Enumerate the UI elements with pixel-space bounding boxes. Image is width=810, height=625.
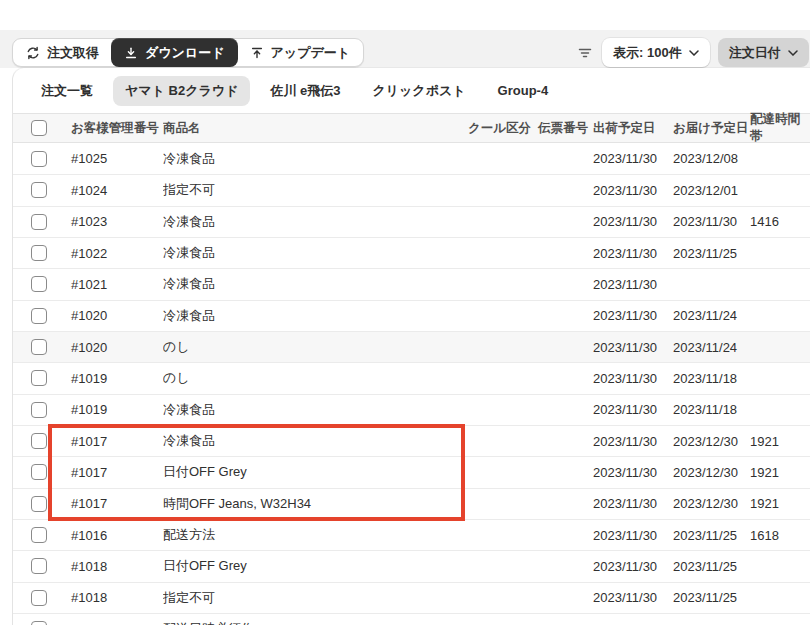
order-number-cell: #1024 bbox=[71, 183, 163, 198]
table-row[interactable]: #1015 配送日時必須作 2023/11/30 2023/11/25 1820 bbox=[13, 613, 810, 625]
order-number-cell: #1023 bbox=[71, 214, 163, 229]
row-checkbox[interactable] bbox=[31, 308, 47, 324]
table-row[interactable]: #1019 冷凍食品 2023/11/30 2023/11/18 bbox=[13, 394, 810, 425]
header-delivery-date: お届け予定日 bbox=[673, 120, 750, 137]
update-label: アップデート bbox=[271, 44, 351, 62]
table-row[interactable]: #1017 時間OFF Jeans, W32H34 2023/11/30 202… bbox=[13, 488, 810, 519]
product-name-cell: 指定不可 bbox=[163, 589, 468, 607]
table-header-row: お客様管理番号 商品名 クール区分 伝票番号 出荷予定日 お届け予定日 配達時間… bbox=[13, 113, 810, 143]
row-checkbox[interactable] bbox=[31, 558, 47, 574]
table-row[interactable]: #1023 冷凍食品 2023/11/30 2023/11/30 1416 bbox=[13, 206, 810, 237]
product-name-cell: 冷凍食品 bbox=[163, 213, 468, 231]
header-cool-class: クール区分 bbox=[468, 120, 538, 137]
delivery-date-cell: 2023/12/30 bbox=[673, 465, 750, 480]
tab-yamato-b2-cloud[interactable]: ヤマト B2クラウド bbox=[113, 76, 250, 106]
tab-clickpost[interactable]: クリックポスト bbox=[360, 76, 477, 106]
time-band-cell: 1618 bbox=[750, 528, 810, 543]
product-name-cell: 時間OFF Jeans, W32H34 bbox=[163, 495, 468, 513]
ship-date-cell: 2023/11/30 bbox=[593, 559, 673, 574]
row-checkbox[interactable] bbox=[31, 621, 47, 625]
delivery-date-cell: 2023/12/01 bbox=[673, 183, 750, 198]
orders-card: 注文一覧 ヤマト B2クラウド 佐川 e飛伝3 クリックポスト Group-4 … bbox=[12, 68, 810, 625]
row-checkbox[interactable] bbox=[31, 590, 47, 606]
row-checkbox[interactable] bbox=[31, 182, 47, 198]
table-row[interactable]: #1025 冷凍食品 2023/11/30 2023/12/08 bbox=[13, 143, 810, 174]
table-row[interactable]: #1017 日付OFF Grey 2023/11/30 2023/12/30 1… bbox=[13, 456, 810, 487]
sort-order-date-label: 注文日付 bbox=[729, 44, 781, 62]
row-checkbox[interactable] bbox=[31, 214, 47, 230]
order-number-cell: #1019 bbox=[71, 402, 163, 417]
ship-date-cell: 2023/11/30 bbox=[593, 308, 673, 323]
table-controls: 表示: 100件 注文日付 配達 bbox=[576, 38, 810, 67]
display-count-label: 表示: 100件 bbox=[613, 44, 682, 62]
order-number-cell: #1019 bbox=[71, 371, 163, 386]
table-row[interactable]: #1020 冷凍食品 2023/11/30 2023/11/24 bbox=[13, 300, 810, 331]
delivery-date-cell: 2023/11/25 bbox=[673, 246, 750, 261]
row-checkbox[interactable] bbox=[31, 433, 47, 449]
order-number-cell: #1017 bbox=[71, 465, 163, 480]
ship-date-cell: 2023/11/30 bbox=[593, 528, 673, 543]
row-checkbox[interactable] bbox=[31, 527, 47, 543]
time-band-cell: 1820 bbox=[750, 622, 810, 625]
ship-date-cell: 2023/11/30 bbox=[593, 340, 673, 355]
product-name-cell: 配送方法 bbox=[163, 526, 468, 544]
order-number-cell: #1017 bbox=[71, 496, 163, 511]
order-number-cell: #1020 bbox=[71, 308, 163, 323]
table-row[interactable]: #1018 指定不可 2023/11/30 2023/11/25 bbox=[13, 582, 810, 613]
table-row[interactable]: #1021 冷凍食品 2023/11/30 bbox=[13, 268, 810, 299]
table-row[interactable]: #1019 のし 2023/11/30 2023/11/18 bbox=[13, 362, 810, 393]
delivery-date-cell: 2023/12/30 bbox=[673, 496, 750, 511]
table-row[interactable]: #1020 のし 2023/11/30 2023/11/24 bbox=[13, 331, 810, 362]
table-row[interactable]: #1016 配送方法 2023/11/30 2023/11/25 1618 bbox=[13, 519, 810, 550]
delivery-date-cell: 2023/11/24 bbox=[673, 340, 750, 355]
product-name-cell: 冷凍食品 bbox=[163, 275, 468, 293]
row-checkbox[interactable] bbox=[31, 464, 47, 480]
tab-order-list[interactable]: 注文一覧 bbox=[29, 76, 105, 106]
time-band-cell: 1416 bbox=[750, 214, 810, 229]
ship-date-cell: 2023/11/30 bbox=[593, 496, 673, 511]
product-name-cell: 冷凍食品 bbox=[163, 401, 468, 419]
ship-date-cell: 2023/11/30 bbox=[593, 371, 673, 386]
order-number-cell: #1018 bbox=[71, 590, 163, 605]
table-row[interactable]: #1024 指定不可 2023/11/30 2023/12/01 bbox=[13, 174, 810, 205]
delivery-date-cell: 2023/12/30 bbox=[673, 434, 750, 449]
ship-date-cell: 2023/11/30 bbox=[593, 246, 673, 261]
header-order-number: お客様管理番号 bbox=[71, 120, 163, 137]
row-checkbox[interactable] bbox=[31, 339, 47, 355]
product-name-cell: 冷凍食品 bbox=[163, 150, 468, 168]
table-row[interactable]: #1018 日付OFF Grey 2023/11/30 2023/11/25 bbox=[13, 550, 810, 581]
tab-group-4[interactable]: Group-4 bbox=[486, 77, 561, 104]
display-count-dropdown[interactable]: 表示: 100件 bbox=[602, 38, 710, 67]
time-band-cell: 1921 bbox=[750, 465, 810, 480]
chevron-down-icon bbox=[788, 50, 798, 56]
header-ship-date: 出荷予定日 bbox=[593, 120, 673, 137]
select-all-checkbox[interactable] bbox=[31, 120, 47, 136]
ship-date-cell: 2023/11/30 bbox=[593, 622, 673, 625]
row-checkbox[interactable] bbox=[31, 245, 47, 261]
toolbar: 注文取得 ダウンロード アップデート bbox=[0, 30, 810, 68]
delivery-date-cell: 2023/12/08 bbox=[673, 151, 750, 166]
filter-lines-icon[interactable] bbox=[576, 44, 594, 62]
row-checkbox[interactable] bbox=[31, 402, 47, 418]
tab-sagawa-ehiden3[interactable]: 佐川 e飛伝3 bbox=[258, 76, 352, 106]
table-row[interactable]: #1022 冷凍食品 2023/11/30 2023/11/25 bbox=[13, 237, 810, 268]
row-checkbox[interactable] bbox=[31, 151, 47, 167]
table-row[interactable]: #1017 冷凍食品 2023/11/30 2023/12/30 1921 bbox=[13, 425, 810, 456]
row-checkbox[interactable] bbox=[31, 496, 47, 512]
sort-order-date-dropdown[interactable]: 注文日付 bbox=[718, 38, 809, 67]
delivery-date-cell: 2023/11/18 bbox=[673, 402, 750, 417]
order-number-cell: #1018 bbox=[71, 559, 163, 574]
product-name-cell: 日付OFF Grey bbox=[163, 463, 468, 481]
row-checkbox[interactable] bbox=[31, 370, 47, 386]
delivery-date-cell: 2023/11/18 bbox=[673, 371, 750, 386]
product-name-cell: 配送日時必須作 bbox=[163, 620, 468, 625]
product-name-cell: 指定不可 bbox=[163, 181, 468, 199]
update-button[interactable]: アップデート bbox=[237, 39, 364, 66]
download-button[interactable]: ダウンロード bbox=[111, 38, 238, 67]
ship-date-cell: 2023/11/30 bbox=[593, 277, 673, 292]
order-number-cell: #1022 bbox=[71, 246, 163, 261]
fetch-orders-button[interactable]: 注文取得 bbox=[13, 39, 112, 66]
ship-date-cell: 2023/11/30 bbox=[593, 214, 673, 229]
row-checkbox[interactable] bbox=[31, 276, 47, 292]
download-icon bbox=[124, 46, 138, 60]
